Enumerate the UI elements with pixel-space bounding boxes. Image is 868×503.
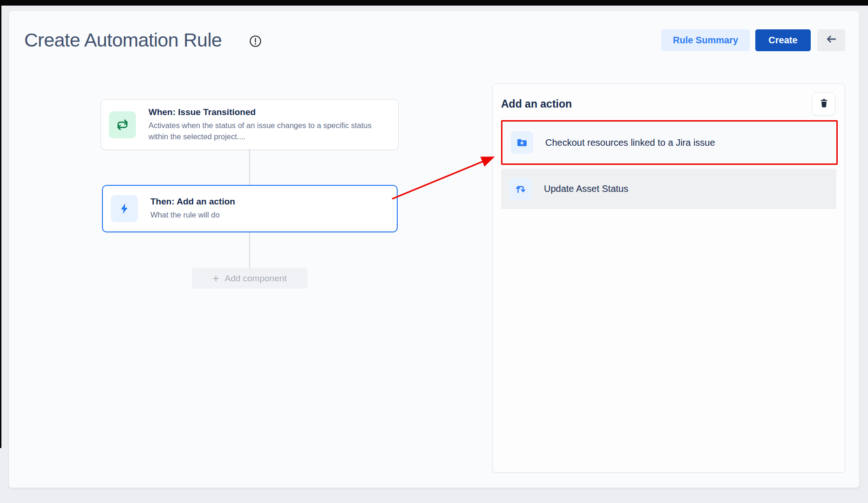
add-component-label: Add component — [224, 273, 286, 284]
folder-plus-icon — [511, 131, 533, 154]
action-option-label: Update Asset Status — [544, 184, 628, 194]
rule-builder-panel: Create Automation Rule Rule Summary Crea… — [8, 10, 860, 488]
transfer-arrows-icon — [109, 111, 136, 138]
trigger-card-title: When: Issue Transitioned — [149, 107, 386, 117]
create-button[interactable]: Create — [755, 29, 811, 51]
action-card-add-an-action[interactable]: Then: Add an action What the rule will d… — [102, 185, 398, 232]
action-card-subtitle: What the rule will do — [150, 210, 235, 220]
window-frame-top — [0, 0, 868, 6]
action-option-checkout-resources[interactable]: Checkout resources linked to a Jira issu… — [501, 120, 838, 165]
trigger-card-issue-transitioned[interactable]: When: Issue Transitioned Activates when … — [101, 99, 399, 150]
page-title: Create Automation Rule — [24, 29, 222, 51]
plus-icon: + — [212, 273, 219, 284]
action-option-update-asset-status[interactable]: Update Asset Status — [501, 169, 836, 209]
flow-connector — [249, 232, 250, 268]
trash-icon — [819, 98, 829, 110]
add-component-button[interactable]: + Add component — [192, 268, 307, 289]
info-circle-icon[interactable] — [249, 35, 262, 48]
add-action-panel: Add an action Checkout resources linked … — [492, 83, 845, 473]
action-card-title: Then: Add an action — [150, 197, 235, 207]
action-option-label: Checkout resources linked to a Jira issu… — [545, 137, 715, 148]
rule-summary-button[interactable]: Rule Summary — [661, 29, 750, 51]
repeat-icon — [509, 178, 532, 200]
add-action-panel-title: Add an action — [501, 98, 572, 110]
arrow-left-icon — [825, 33, 837, 48]
flow-connector — [249, 150, 250, 185]
lightning-bolt-icon — [111, 195, 138, 222]
trigger-card-description: Activates when the status of an issue ch… — [149, 120, 386, 142]
delete-component-button[interactable] — [812, 92, 835, 116]
window-frame-left — [0, 0, 1, 448]
back-button[interactable] — [817, 29, 845, 51]
